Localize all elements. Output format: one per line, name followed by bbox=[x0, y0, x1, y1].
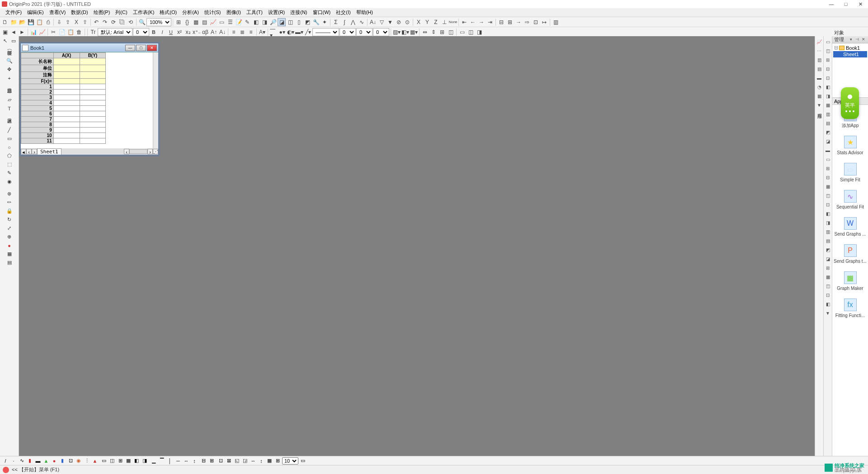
freehand-tool[interactable]: ✎ bbox=[5, 169, 14, 177]
menu-item[interactable]: 连接(N) bbox=[288, 8, 310, 17]
template-5[interactable]: ◧ bbox=[133, 457, 140, 465]
objmgr-pin-button[interactable]: ⊣ bbox=[854, 37, 860, 43]
row-number[interactable]: 9 bbox=[21, 128, 54, 133]
peak-button[interactable]: ⋀ bbox=[349, 18, 357, 26]
cell[interactable] bbox=[80, 128, 106, 133]
menu-bar[interactable]: 文件(F)编辑(E)查看(V)数据(D)绘图(P)列(C)工作表(K)格式(O)… bbox=[0, 8, 868, 17]
scale-tool[interactable]: ⤢ bbox=[5, 224, 14, 232]
menu-item[interactable]: 窗口(W) bbox=[310, 8, 334, 17]
menu-item[interactable]: 编辑(E) bbox=[24, 8, 47, 17]
undo-button[interactable]: ↶ bbox=[92, 18, 100, 26]
sheet-hscroll-right[interactable]: › bbox=[147, 149, 153, 154]
plot-hist[interactable]: ▮ bbox=[59, 457, 66, 465]
plot-box[interactable]: ⊡ bbox=[67, 457, 74, 465]
row-number[interactable]: 1 bbox=[21, 84, 54, 90]
cell[interactable] bbox=[53, 79, 80, 84]
paste-button[interactable]: 📋 bbox=[66, 28, 75, 36]
layout-button-21[interactable]: ◨ bbox=[824, 219, 831, 226]
sheet-hscroll-left[interactable]: ‹ bbox=[124, 149, 129, 154]
row-header[interactable]: 单位 bbox=[21, 65, 54, 72]
sheet-nav-prev[interactable]: ‹ bbox=[26, 149, 32, 154]
line-width-combo[interactable]: ——— bbox=[312, 28, 339, 36]
same-h-button[interactable]: ↕ bbox=[258, 457, 265, 465]
insert-tool[interactable]: ⊕ bbox=[5, 233, 14, 241]
sheet-resize[interactable]: ⋰ bbox=[153, 149, 158, 154]
layout-button-14[interactable]: ▭ bbox=[824, 156, 831, 163]
line-size-combo[interactable]: 10 bbox=[282, 457, 298, 465]
rescale-x-button[interactable]: ⇔ bbox=[421, 28, 429, 36]
wks-button-1[interactable]: ⊟ bbox=[497, 18, 505, 26]
layout-button-9[interactable]: ▥ bbox=[824, 110, 831, 118]
layout-button-1[interactable]: ▭ bbox=[824, 38, 831, 45]
align-right-button[interactable]: ≡ bbox=[247, 28, 255, 36]
layout-button-8[interactable]: ▦ bbox=[824, 101, 831, 109]
layout-button-29[interactable]: ⊡ bbox=[824, 291, 831, 299]
save-button[interactable]: 💾 bbox=[27, 18, 35, 26]
redo-button[interactable]: ↷ bbox=[101, 18, 109, 26]
back-button[interactable]: ◲ bbox=[241, 457, 249, 465]
row-number[interactable]: 8 bbox=[21, 122, 54, 128]
plot-linescatter[interactable]: ∿ bbox=[18, 457, 25, 465]
layout-button-16[interactable]: ⊟ bbox=[824, 174, 831, 181]
sheet-nav-next[interactable]: › bbox=[32, 149, 37, 154]
minimize-button[interactable]: — bbox=[828, 1, 835, 7]
italic-button[interactable]: I bbox=[158, 28, 166, 36]
fontsize-combo[interactable]: 0 bbox=[133, 28, 149, 36]
menu-item[interactable]: 查看(V) bbox=[47, 8, 69, 17]
align-v[interactable]: │ bbox=[166, 457, 174, 465]
plot-col-button[interactable]: ▤ bbox=[816, 65, 823, 72]
row-number[interactable]: 6 bbox=[21, 111, 54, 117]
objmgr-dropdown-button[interactable]: ▾ bbox=[848, 37, 854, 43]
plot-line-button[interactable]: 📈 bbox=[816, 38, 823, 45]
maximize-button[interactable]: □ bbox=[843, 1, 849, 7]
layout-button-30[interactable]: ◧ bbox=[824, 300, 831, 308]
app-item[interactable]: fxFitting Functi... bbox=[832, 295, 868, 322]
align-left-button[interactable]: ≡ bbox=[230, 28, 238, 36]
app-item[interactable]: PSend Graphs t... bbox=[832, 241, 868, 268]
layout-button-24[interactable]: ◩ bbox=[824, 246, 831, 253]
data-highlight-button[interactable]: ◪ bbox=[278, 18, 286, 26]
same-w-button[interactable]: ↔ bbox=[250, 457, 257, 465]
line-tool[interactable]: ╱ bbox=[5, 126, 14, 134]
explorer-list-button[interactable]: 📈 bbox=[38, 28, 46, 36]
subscript-button[interactable]: x₂ bbox=[184, 28, 192, 36]
sheet-nav-first[interactable]: ◂ bbox=[21, 149, 26, 154]
workbook-close-button[interactable]: ✕ bbox=[147, 45, 157, 51]
layout-button-19[interactable]: ⊡ bbox=[824, 201, 831, 208]
row-number[interactable]: 5 bbox=[21, 106, 54, 111]
select-tool[interactable]: ▭ bbox=[9, 37, 18, 45]
layout-button-18[interactable]: ◫ bbox=[824, 192, 831, 199]
layout-button-11[interactable]: ◩ bbox=[824, 128, 831, 136]
set-err-button[interactable]: ⊥ bbox=[440, 18, 448, 26]
wks-button-4[interactable]: ⇨ bbox=[523, 18, 531, 26]
template-button[interactable]: 📋 bbox=[35, 18, 43, 26]
menu-item[interactable]: 工作表(K) bbox=[130, 8, 157, 17]
line-style-button[interactable]: —▾ bbox=[269, 28, 278, 36]
plot-pie[interactable]: ● bbox=[51, 457, 58, 465]
set-none-button[interactable]: None bbox=[449, 18, 457, 26]
align-center-button[interactable]: ≣ bbox=[238, 28, 246, 36]
tree-sheet-item[interactable]: Sheet1 bbox=[833, 51, 867, 57]
layout-button-15[interactable]: ⊞ bbox=[824, 165, 831, 172]
nav-next-button[interactable]: ► bbox=[18, 28, 26, 36]
grid-button[interactable]: ▦ bbox=[266, 457, 273, 465]
menu-item[interactable]: 分析(A) bbox=[179, 8, 202, 17]
add-layer-button[interactable]: ◨ bbox=[260, 18, 269, 26]
layout-button-28[interactable]: ◫ bbox=[824, 282, 831, 289]
wks-button-6[interactable]: ↦ bbox=[540, 18, 548, 26]
region-tool[interactable]: ⬚ bbox=[5, 161, 14, 168]
set-z-button[interactable]: Z bbox=[432, 18, 440, 26]
gradient-button[interactable]: ▨▾ bbox=[392, 28, 401, 36]
ellipse-tool[interactable]: ○ bbox=[5, 143, 14, 151]
app-item[interactable]: ▦Graph Maker bbox=[832, 268, 868, 295]
row-header[interactable]: 注释 bbox=[21, 72, 54, 79]
menu-item[interactable]: 帮助(H) bbox=[354, 8, 376, 17]
col-move-last-button[interactable]: ⇥ bbox=[486, 18, 494, 26]
tools2-button[interactable]: ✦ bbox=[321, 18, 329, 26]
workbook-maximize-button[interactable]: □ bbox=[136, 45, 146, 51]
cell[interactable] bbox=[80, 58, 106, 65]
menu-item[interactable]: 设置(R) bbox=[265, 8, 288, 17]
plot-pie-button[interactable]: ◔ bbox=[816, 83, 823, 90]
template-6[interactable]: ◨ bbox=[141, 457, 148, 465]
nav-prev-button[interactable]: ◄ bbox=[9, 28, 18, 36]
